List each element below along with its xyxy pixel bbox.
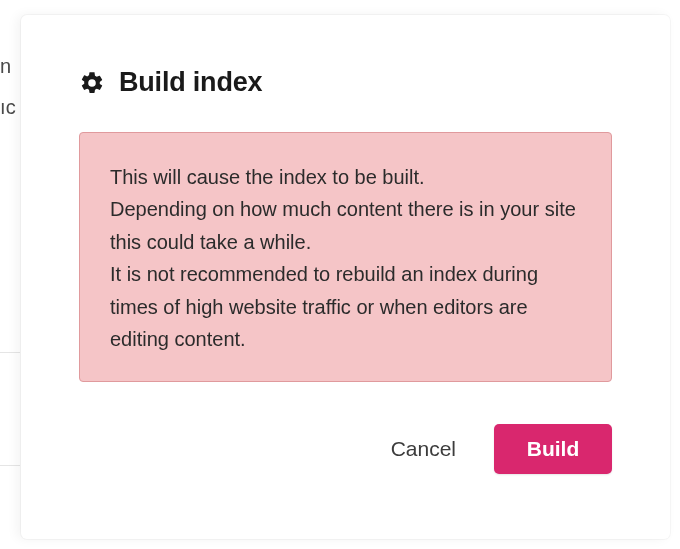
dialog-header: Build index xyxy=(79,67,612,98)
background-divider xyxy=(0,352,20,353)
build-index-dialog: Build index This will cause the index to… xyxy=(21,15,670,539)
dialog-title: Build index xyxy=(119,67,262,98)
background-text-fragment: ıc xyxy=(0,95,16,119)
warning-line: This will cause the index to be built. xyxy=(110,166,425,188)
background-divider xyxy=(0,465,20,466)
warning-line: It is not recommended to rebuild an inde… xyxy=(110,263,538,350)
gear-icon xyxy=(79,70,105,96)
warning-message: This will cause the index to be built. D… xyxy=(79,132,612,382)
warning-line: Depending on how much content there is i… xyxy=(110,198,576,252)
cancel-button[interactable]: Cancel xyxy=(383,424,464,473)
dialog-actions: Cancel Build xyxy=(79,424,612,473)
background-text-fragment: n xyxy=(0,54,11,78)
build-button[interactable]: Build xyxy=(494,424,612,473)
